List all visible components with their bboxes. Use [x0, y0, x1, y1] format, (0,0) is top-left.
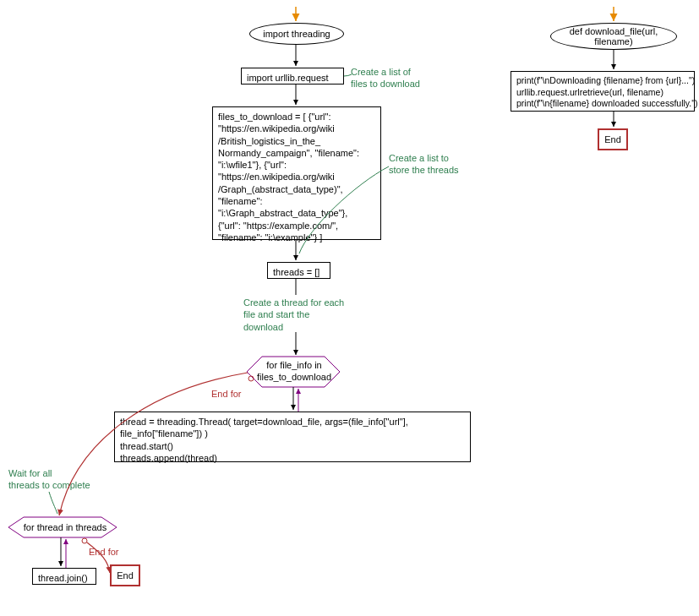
box-thread-create-text: thread = threading.Thread( target=downlo…	[120, 417, 408, 463]
box-threads-empty-text: threads = []	[273, 267, 319, 277]
end-box-right: End	[598, 128, 628, 150]
ellipse-def-download-file-text: def download_file(url, filename)	[570, 26, 658, 46]
svg-point-13	[82, 538, 87, 543]
comment-thread-each-text: Create a thread for each file and start …	[243, 297, 344, 332]
box-thread-join: thread.join()	[32, 568, 96, 585]
box-thread-create: thread = threading.Thread( target=downlo…	[114, 412, 471, 462]
hex-for-files-label-text: for file_info in files_to_download	[257, 360, 331, 382]
end-for-label-2: End for	[89, 547, 118, 557]
box-files-to-download: files_to_download = [ {"url": "https://e…	[212, 106, 381, 240]
box-import-urllib: import urllib.request	[241, 68, 344, 84]
hex-for-threads-label: for thread in threads	[19, 521, 112, 533]
end-box-left: End	[110, 564, 140, 586]
comment-wait-all-text: Wait for all threads to complete	[8, 468, 90, 490]
comment-create-files-list: Create a list of files to download	[351, 66, 420, 90]
end-box-left-text: End	[117, 570, 134, 581]
comment-store-threads-text: Create a list to store the threads	[389, 153, 459, 175]
end-box-right-text: End	[604, 134, 621, 144]
end-for-label-1: End for	[211, 389, 241, 399]
box-thread-join-text: thread.join()	[38, 573, 88, 583]
ellipse-def-download-file: def download_file(url, filename)	[550, 23, 677, 50]
comment-thread-each: Create a thread for each file and start …	[243, 297, 344, 333]
box-import-urllib-label: import urllib.request	[247, 73, 329, 83]
end-for-label-1-text: End for	[211, 389, 241, 399]
box-files-to-download-text: files_to_download = [ {"url": "https://e…	[218, 112, 359, 243]
comment-wait-all: Wait for all threads to complete	[8, 467, 90, 492]
end-for-label-2-text: End for	[89, 547, 118, 557]
box-download-body-text: print(f"\nDownloading {filename} from {u…	[516, 75, 697, 108]
ellipse-import-threading-label: import threading	[263, 29, 330, 39]
ellipse-import-threading: import threading	[249, 23, 344, 45]
box-download-body: print(f"\nDownloading {filename} from {u…	[511, 71, 695, 112]
box-threads-empty: threads = []	[267, 262, 330, 279]
comment-create-files-list-text: Create a list of files to download	[351, 67, 420, 89]
hex-for-files-label: for file_info in files_to_download	[255, 359, 333, 384]
hex-for-threads-label-text: for thread in threads	[24, 522, 106, 532]
comment-store-threads: Create a list to store the threads	[389, 152, 459, 177]
svg-point-10	[248, 376, 254, 381]
